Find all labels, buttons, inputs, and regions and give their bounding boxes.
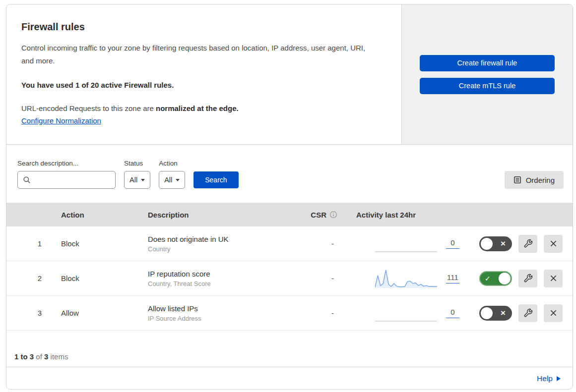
activity-count-link[interactable]: 111: [446, 273, 459, 283]
header-activity: Activity last 24hr: [339, 211, 465, 219]
rule-fields: Country, Threat Score: [148, 280, 297, 287]
rule-csr: -: [297, 239, 339, 248]
activity-count-link[interactable]: 0: [446, 238, 459, 249]
search-icon: [23, 176, 31, 184]
actions-panel: Create firewall rule Create mTLS rule: [402, 4, 573, 144]
usage-note: You have used 1 of 20 active Firewall ru…: [21, 81, 372, 89]
rule-priority: 2: [6, 274, 54, 282]
rule-description: IP reputation score Country, Threat Scor…: [140, 270, 297, 287]
rule-csr: -: [297, 309, 339, 317]
firewall-rules-card: Firewall rules Control incoming traffic …: [6, 4, 573, 390]
delete-rule-button[interactable]: [544, 270, 563, 287]
search-label: Search description...: [17, 160, 116, 167]
normalization-bold: normalized at the edge.: [156, 104, 239, 112]
toggle-knob: [499, 273, 511, 284]
close-icon: [549, 309, 558, 317]
status-filter-select[interactable]: All: [124, 171, 150, 189]
status-toggle[interactable]: ✓ ×: [479, 271, 512, 286]
create-firewall-rule-button[interactable]: Create firewall rule: [420, 55, 555, 71]
status-toggle[interactable]: ✓ ×: [479, 306, 512, 321]
normalization-note: URL-encoded Requests to this zone are no…: [21, 104, 372, 112]
normalization-text: URL-encoded Requests to this zone are: [21, 104, 156, 112]
top-section: Firewall rules Control incoming traffic …: [6, 4, 573, 145]
action-filter-label: Action: [159, 160, 185, 167]
intro-panel: Firewall rules Control incoming traffic …: [6, 4, 402, 144]
rule-activity: 0: [339, 233, 465, 254]
rule-activity: 0: [339, 303, 465, 324]
wrench-icon: [523, 274, 533, 283]
table-row: 1 Block Does not originate in UK Country…: [6, 226, 573, 261]
page-description: Control incoming traffic to your zone by…: [21, 42, 372, 68]
rule-description-text: IP reputation score: [148, 270, 297, 278]
delete-rule-button[interactable]: [544, 304, 563, 322]
status-filter-group: Status All: [124, 160, 150, 189]
search-box[interactable]: [17, 171, 116, 189]
toggle-knob: [481, 307, 493, 319]
items-count-footer: 1 to 3 of 3 items: [6, 331, 573, 367]
items-of: of: [34, 352, 44, 361]
rule-priority: 3: [6, 309, 54, 317]
rule-description-text: Allow listed IPs: [148, 304, 297, 313]
rule-controls: ✓ ×: [465, 235, 573, 253]
chevron-down-icon: [141, 179, 145, 181]
rule-action: Block: [54, 274, 140, 282]
delete-rule-button[interactable]: [544, 235, 563, 253]
rule-fields: IP Source Address: [148, 315, 297, 322]
configure-normalization-link[interactable]: Configure Normalization: [21, 116, 101, 125]
rule-activity: 111: [339, 268, 465, 289]
chevron-down-icon: [176, 179, 180, 181]
info-icon[interactable]: [329, 211, 337, 219]
action-filter-value: All: [164, 176, 172, 184]
ordering-list-icon: [513, 176, 521, 184]
table-row: 3 Allow Allow listed IPs IP Source Addre…: [6, 296, 573, 331]
table-header: Action Description CSR Activity last 24h…: [6, 203, 573, 226]
activity-sparkline: [375, 268, 437, 289]
edit-rule-button[interactable]: [518, 270, 537, 287]
rule-description: Does not originate in UK Country: [140, 235, 297, 253]
create-mtls-rule-button[interactable]: Create mTLS rule: [420, 78, 555, 94]
search-button[interactable]: Search: [193, 171, 238, 188]
rule-fields: Country: [148, 245, 297, 253]
x-icon: ×: [501, 308, 506, 318]
ordering-button-label: Ordering: [526, 176, 555, 184]
items-range: 1 to 3: [14, 352, 34, 361]
close-icon: [549, 239, 558, 248]
edit-rule-button[interactable]: [518, 235, 537, 253]
help-link[interactable]: Help: [537, 374, 561, 383]
header-csr-label: CSR: [311, 211, 326, 219]
wrench-icon: [523, 239, 533, 248]
rule-action: Block: [54, 239, 140, 248]
ordering-button[interactable]: Ordering: [505, 171, 564, 189]
header-action: Action: [54, 211, 140, 219]
rule-controls: ✓ ×: [465, 304, 573, 322]
firewall-rules-page: Firewall rules Control incoming traffic …: [0, 0, 576, 392]
action-filter-group: Action All: [159, 160, 185, 189]
chevron-right-icon: [557, 376, 561, 381]
activity-sparkline: [375, 233, 437, 254]
wrench-icon: [523, 308, 533, 318]
activity-count-link[interactable]: 0: [446, 308, 459, 318]
rule-csr: -: [297, 274, 339, 282]
x-icon: ×: [501, 238, 506, 248]
check-icon: ✓: [485, 274, 491, 282]
page-title: Firewall rules: [21, 21, 372, 33]
status-toggle[interactable]: ✓ ×: [479, 236, 512, 251]
rule-description-text: Does not originate in UK: [148, 235, 297, 243]
toggle-knob: [481, 238, 493, 250]
help-bar: Help: [6, 367, 573, 390]
rule-action: Allow: [54, 309, 140, 317]
header-csr: CSR: [297, 211, 339, 219]
close-icon: [549, 274, 558, 282]
filter-bar: Search description... Status All Action: [6, 145, 573, 203]
rule-controls: ✓ ×: [465, 270, 573, 287]
search-group: Search description...: [17, 160, 116, 189]
rule-priority: 1: [6, 239, 54, 248]
table-row: 2 Block IP reputation score Country, Thr…: [6, 261, 573, 296]
help-link-label: Help: [537, 374, 553, 383]
action-filter-select[interactable]: All: [159, 171, 185, 189]
activity-sparkline: [375, 303, 437, 324]
search-input[interactable]: [34, 176, 111, 184]
edit-rule-button[interactable]: [518, 304, 537, 322]
rule-description: Allow listed IPs IP Source Address: [140, 304, 297, 322]
items-label: items: [48, 352, 68, 361]
